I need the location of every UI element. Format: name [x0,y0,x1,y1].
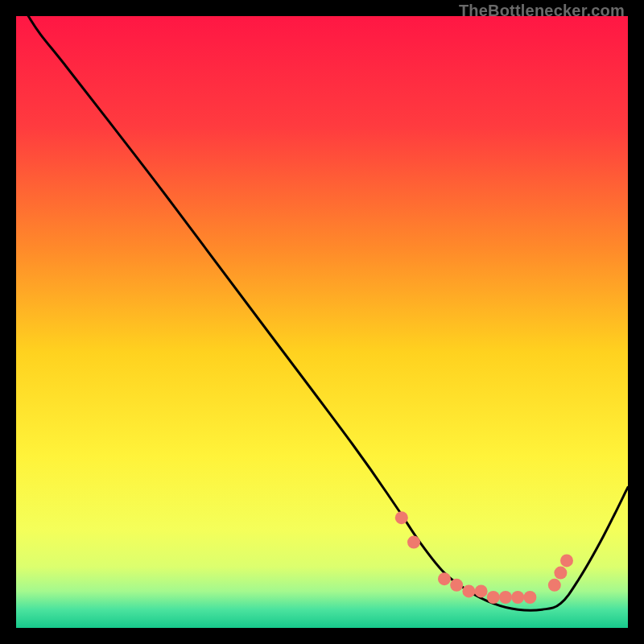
marker-dot [487,591,500,604]
marker-dot [511,591,524,604]
chart-frame: TheBottlenecker.com [0,0,644,644]
plot-area [16,16,628,628]
marker-dot [499,591,512,604]
marker-dot [438,572,451,585]
marker-dot [560,554,573,567]
marker-dot [548,579,561,592]
marker-dots [395,511,573,604]
marker-dot [407,536,420,549]
bottleneck-curve [28,16,628,610]
marker-dot [450,579,463,592]
marker-dot [462,584,475,597]
marker-dot [554,567,567,580]
curve-layer [16,16,628,628]
marker-dot [475,584,488,597]
marker-dot [523,591,536,604]
marker-dot [395,511,408,524]
